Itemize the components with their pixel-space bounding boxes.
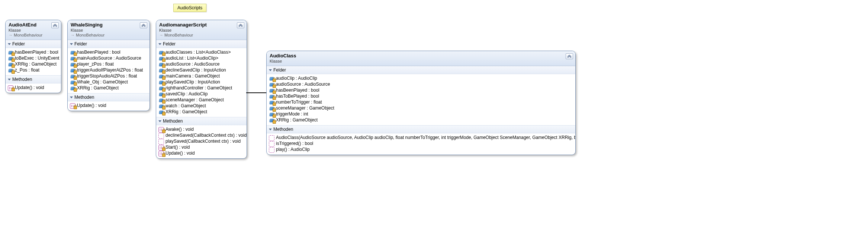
member-row[interactable]: mainCamera : GameObject <box>158 73 244 79</box>
class-audioclass[interactable]: AudioClassKlasseFelderaudioClip : AudioC… <box>266 51 576 155</box>
member-row[interactable]: Whale_Obj : GameObject <box>70 79 147 85</box>
member-row[interactable]: audioSource : AudioSource <box>269 81 573 87</box>
chevron-down-icon <box>158 43 161 45</box>
member-signature: sceneManager : GameObject <box>165 97 224 102</box>
section-title: Felder <box>163 41 176 47</box>
member-row[interactable]: audioList : List<AudioClip> <box>158 55 244 61</box>
member-row[interactable]: audioSource : AudioSource <box>158 61 244 67</box>
section-fields-header[interactable]: Felder <box>267 66 575 74</box>
section-methods-header[interactable]: Methoden <box>156 117 247 125</box>
member-row[interactable]: z_Pos : float <box>8 67 59 73</box>
collapse-button[interactable] <box>566 53 573 59</box>
section-methods-body: Update() : void <box>6 83 61 93</box>
field-icon <box>269 112 274 117</box>
section-methods-body: AudioClass(AudioSource audioSource, Audi… <box>267 133 575 155</box>
class-audioatend[interactable]: AudioAtEndKlasseMonoBehaviourFelderhasBe… <box>5 20 61 93</box>
member-signature: hasBeenPlayed : bool <box>77 50 120 55</box>
member-row[interactable]: mainAudioSource : AudioSource <box>70 55 147 61</box>
member-row[interactable]: XRRig : GameObject <box>158 109 244 115</box>
section-fields-header[interactable]: Felder <box>156 40 247 48</box>
member-row[interactable]: watch : GameObject <box>158 103 244 109</box>
member-row[interactable]: numberToTrigger : float <box>269 99 573 105</box>
class-header[interactable]: AudioClassKlasse <box>267 51 575 66</box>
member-signature: z_Pos : float <box>15 67 39 73</box>
member-row[interactable]: play() : AudioClip <box>269 146 573 152</box>
member-signature: declineSaved(CallbackContext ctx) : void <box>165 133 247 138</box>
member-row[interactable]: Update() : void <box>70 102 147 108</box>
lock-icon <box>273 85 276 88</box>
class-header[interactable]: WhaleSingingKlasseMonoBehaviour <box>68 20 150 40</box>
member-row[interactable]: audioClasses : List<AudioClass> <box>158 49 244 55</box>
member-signature: Start() : void <box>165 145 190 150</box>
member-signature: XRRig : GameObject <box>276 117 318 123</box>
member-row[interactable]: triggerAudioIfPlayerAtZPos : float <box>70 67 147 73</box>
member-row[interactable]: sceneManager : GameObject <box>158 97 244 103</box>
member-row[interactable]: Update() : void <box>8 85 59 91</box>
member-signature: playSaved(CallbackContext ctx) : void <box>165 139 241 144</box>
member-row[interactable]: AudioClass(AudioSource audioSource, Audi… <box>269 135 573 140</box>
member-row[interactable]: declineSaved(CallbackContext ctx) : void <box>158 132 244 138</box>
member-row[interactable]: XRRig : GameObject <box>8 61 59 67</box>
class-base: MonoBehaviour <box>9 33 58 37</box>
lock-icon <box>162 100 165 104</box>
lock-icon <box>273 114 276 118</box>
member-row[interactable]: Update() : void <box>158 150 244 156</box>
section-title: Methoden <box>74 95 94 100</box>
lock-icon <box>162 64 165 68</box>
chevron-down-icon <box>269 129 272 130</box>
member-signature: hasBeenPlayed : bool <box>276 88 319 93</box>
class-header[interactable]: AudiomanagerScriptKlasseMonoBehaviour <box>156 20 247 40</box>
lock-icon <box>162 58 165 62</box>
member-row[interactable]: toBeExec : UnityEvent <box>8 55 59 61</box>
class-name: AudiomanagerScript <box>159 22 244 28</box>
member-row[interactable]: hasBeenPlayed : bool <box>8 49 59 55</box>
member-row[interactable]: Awake() : void <box>158 126 244 132</box>
member-row[interactable]: triggerStopAudioAtZPos : float <box>70 73 147 79</box>
member-row[interactable]: savedClip : AudioClip <box>158 91 244 97</box>
lock-icon <box>74 53 77 56</box>
section-methods-header[interactable]: Methoden <box>68 93 150 101</box>
class-header[interactable]: AudioAtEndKlasseMonoBehaviour <box>6 20 61 40</box>
member-signature: numberToTrigger : float <box>276 99 322 105</box>
member-row[interactable]: hasBeenPlayed : bool <box>269 87 573 93</box>
member-row[interactable]: hasToBePlayed : bool <box>269 93 573 99</box>
member-row[interactable]: player_zPos : float <box>70 61 147 67</box>
member-row[interactable]: declineSavedClip : InputAction <box>158 67 244 73</box>
section-methods-header[interactable]: Methoden <box>6 75 61 83</box>
member-row[interactable]: sceneManager : GameObject <box>269 105 573 111</box>
method-icon <box>70 103 75 108</box>
member-row[interactable]: Start() : void <box>158 144 244 150</box>
member-row[interactable]: hasBeenPlayed : bool <box>70 49 147 55</box>
member-row[interactable]: XRRig : GameObject <box>70 85 147 91</box>
member-row[interactable]: righthandController : GameObject <box>158 85 244 91</box>
lock-icon <box>74 88 77 92</box>
section-methods-header[interactable]: Methoden <box>267 125 575 133</box>
collapse-button[interactable] <box>140 22 147 28</box>
member-signature: mainAudioSource : AudioSource <box>77 56 141 61</box>
member-row[interactable]: audioClip : AudioClip <box>269 75 573 81</box>
class-whalesinging[interactable]: WhaleSingingKlasseMonoBehaviourFelderhas… <box>67 20 150 111</box>
member-row[interactable]: triggerMode : int <box>269 111 573 117</box>
collapse-button[interactable] <box>237 22 244 28</box>
member-row[interactable]: playSaved(CallbackContext ctx) : void <box>158 138 244 144</box>
lock-icon <box>273 108 276 112</box>
member-signature: hasBeenPlayed : bool <box>15 50 58 55</box>
collapse-button[interactable] <box>51 22 59 28</box>
section-fields-header[interactable]: Felder <box>68 40 150 48</box>
member-signature: watch : GameObject <box>165 103 206 108</box>
class-audiomanagerscript[interactable]: AudiomanagerScriptKlasseMonoBehaviourFel… <box>156 20 247 159</box>
member-row[interactable]: playSavedClip : InputAction <box>158 79 244 85</box>
field-icon <box>269 82 274 87</box>
field-icon <box>158 68 164 73</box>
member-signature: sceneManager : GameObject <box>276 105 334 111</box>
field-icon <box>158 80 164 85</box>
member-row[interactable]: XRRig : GameObject <box>269 117 573 123</box>
section-title: Felder <box>12 41 25 47</box>
member-row[interactable]: isTriggered() : bool <box>269 140 573 146</box>
method-icon <box>269 141 274 146</box>
diagram-canvas: AudioScripts AudioAtEndKlasseMonoBehavio… <box>0 0 868 250</box>
field-icon <box>158 50 164 55</box>
member-signature: triggerAudioIfPlayerAtZPos : float <box>77 67 143 73</box>
section-fields-header[interactable]: Felder <box>6 40 61 48</box>
class-base: MonoBehaviour <box>71 33 147 37</box>
